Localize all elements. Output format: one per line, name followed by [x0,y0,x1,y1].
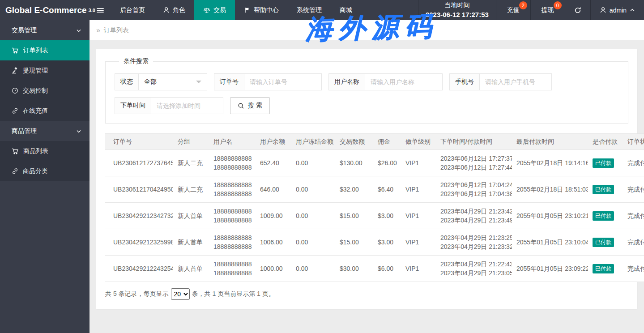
col-amount: 交易数额 [335,134,373,150]
brand-logo: Global E-Commerce 3.0 [0,0,90,20]
nav-item-trade[interactable]: 交易 [194,0,235,20]
status-select[interactable]: 全部 [139,74,207,90]
recharge-count-badge: 2 [519,1,527,9]
cell-commission: $6.40 [373,176,401,203]
recharge-label: 充值 [507,6,520,14]
cell-commission: $3.00 [373,229,401,256]
sidebar-item-product-list[interactable]: 商品列表 [0,141,90,161]
sidebar-item-trade-control[interactable]: 交易控制 [0,81,90,101]
cell-username: 1888888888818888888888 [209,229,256,256]
chevron-down-icon [76,128,81,134]
withdraw-nav-button[interactable]: 提现 0 [531,0,565,20]
nav-item-system[interactable]: 系统管理 [288,0,331,20]
cell-frozen: 0.00 [291,176,335,203]
cell-status: 完成付款 [623,256,644,282]
brand-name: Global E-Commerce [5,5,87,15]
cart-icon [12,148,19,155]
cell-paid: 已付款 [588,203,623,229]
chevron-down-icon [76,28,81,33]
nav-item-mall[interactable]: 商城 [331,0,361,20]
col-username: 用户名 [209,134,256,150]
link-icon [12,168,18,175]
paid-status-badge: 已付款 [593,185,614,194]
person-icon [600,7,606,13]
refresh-button[interactable] [565,0,591,20]
cell-commission: $26.00 [373,150,401,176]
content: 条件搜索 状态 全部 订单号 用户名称 [90,40,644,309]
search-row-2: 下单时间 搜 索 [115,97,619,114]
table-row: UB2304292123427326 新人首单 1888888888818888… [105,203,644,229]
search-button[interactable]: 搜 索 [230,97,270,114]
page-size-select[interactable]: 20 [171,288,190,300]
cell-level: VIP1 [401,150,436,176]
cell-group: 新人二充 [173,176,209,203]
cell-group: 新人首单 [173,229,209,256]
gavel-icon [12,67,18,74]
username-input[interactable] [365,74,442,90]
nav-item-label: 系统管理 [297,6,322,14]
col-level: 做单级别 [401,134,436,150]
orders-table-wrap: 订单号 分组 用户名 用户余额 用户冻结金额 交易数额 佣金 做单级别 下单时间… [105,133,628,282]
nav-item-label: 商城 [340,6,352,14]
cell-username: 1888888888818888888888 [209,256,256,282]
withdraw-label: 提现 [542,6,554,14]
select-caret-icon [196,81,201,83]
cell-username: 1888888888818888888888 [209,203,256,229]
sidebar-group-trade-management[interactable]: 交易管理 [0,20,90,40]
scales-icon [203,7,210,14]
nav-item-help-center[interactable]: 帮助中心 [235,0,288,20]
nav-item-label: 交易 [213,6,226,14]
local-time-label: 当地时间 [444,0,469,9]
sidebar-group-label: 商品管理 [12,127,37,135]
nav-item-label: 帮助中心 [254,6,279,14]
recharge-nav-button[interactable]: 充值 2 [496,0,531,20]
cell-last-pay-time: 2055年01月05日 23:09:22 [512,256,588,282]
withdraw-count-badge: 0 [554,1,562,9]
gauge-icon [12,87,18,94]
local-time-value: 2023-06-12 17:27:53 [426,10,489,20]
order-no-label: 订单号 [214,74,244,90]
cell-last-pay-time: 2055年02月18日 19:14:16 [512,150,588,176]
cell-level: VIP1 [401,229,436,256]
sidebar-item-product-category[interactable]: 商品分类 [0,161,90,181]
sidebar-group-label: 交易管理 [12,26,37,34]
table-row: UB2304292122432542 新人首单 1888888888818888… [105,256,644,282]
cell-frozen: 0.00 [291,256,335,282]
cell-level: VIP1 [401,176,436,203]
cell-status: 完成付款 [623,203,644,229]
nav-item-roles[interactable]: 角色 [154,0,194,20]
sidebar-item-online-recharge[interactable]: 在线充值 [0,101,90,121]
sidebar-group-product-management[interactable]: 商品管理 [0,121,90,141]
cell-order-no: UB2306121704249503 [105,176,173,203]
user-menu[interactable]: admin [591,0,644,20]
paid-status-badge: 已付款 [593,158,614,167]
cell-level: VIP1 [401,256,436,282]
phone-label: 手机号 [450,74,480,90]
paid-status-badge: 已付款 [593,238,614,247]
order-time-input[interactable] [151,98,223,114]
pagination: 共 5 条记录，每页显示 20 条，共 1 页当前显示第 1 页。 [105,288,628,300]
cell-frozen: 0.00 [291,150,335,176]
cell-username: 1888888888818888888888 [209,176,256,203]
phone-input[interactable] [480,74,551,90]
sidebar-collapse-button[interactable] [90,0,111,20]
cell-amount: $130.00 [335,150,373,176]
cell-commission: $6.00 [373,256,401,282]
cell-status: 完成付款 [623,176,644,203]
col-commission: 佣金 [373,134,401,150]
order-time-label: 下单时间 [115,98,151,114]
col-order-time: 下单时间/付款时间 [436,134,512,150]
hamburger-icon [97,7,104,14]
col-group: 分组 [173,134,209,150]
sidebar: 交易管理 订单列表 提现管理 交易控制 在线充值 商品管理 [0,20,90,333]
username-group: 用户名称 [328,73,443,90]
sidebar-item-withdraw-management[interactable]: 提现管理 [0,60,90,81]
cell-group: 新人首单 [173,203,209,229]
sidebar-item-order-list[interactable]: 订单列表 [0,40,90,60]
cell-status: 完成付款 [623,150,644,176]
order-no-input[interactable] [244,74,321,90]
sidebar-item-label: 提现管理 [23,67,48,75]
double-chevron-icon: » [96,26,100,34]
nav-item-dashboard[interactable]: 后台首页 [111,0,154,20]
cell-balance: 1006.00 [256,229,291,256]
